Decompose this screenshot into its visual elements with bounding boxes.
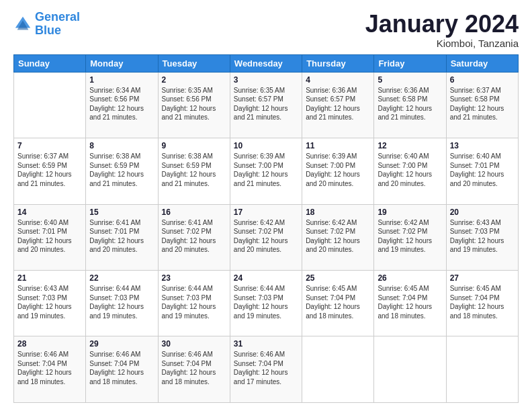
day-header-monday: Monday — [86, 54, 158, 72]
day-number: 9 — [162, 141, 226, 150]
day-number: 12 — [378, 141, 442, 150]
day-info: Sunrise: 6:40 AMSunset: 7:01 PMDaylight:… — [450, 152, 515, 188]
calendar-cell: 14Sunrise: 6:40 AMSunset: 7:01 PMDayligh… — [14, 204, 86, 270]
logo-text: General Blue — [35, 11, 80, 38]
day-info: Sunrise: 6:38 AMSunset: 6:59 PMDaylight:… — [162, 152, 226, 188]
calendar-cell: 31Sunrise: 6:46 AMSunset: 7:04 PMDayligh… — [230, 336, 302, 403]
day-number: 8 — [89, 141, 154, 150]
day-number: 28 — [17, 339, 82, 349]
day-number: 1 — [89, 75, 154, 85]
day-info: Sunrise: 6:35 AMSunset: 6:57 PMDaylight:… — [234, 86, 298, 122]
calendar-cell: 6Sunrise: 6:37 AMSunset: 6:58 PMDaylight… — [446, 72, 518, 138]
day-info: Sunrise: 6:44 AMSunset: 7:03 PMDaylight:… — [89, 284, 154, 320]
calendar-cell: 7Sunrise: 6:37 AMSunset: 6:59 PMDaylight… — [14, 138, 86, 204]
day-info: Sunrise: 6:35 AMSunset: 6:56 PMDaylight:… — [162, 86, 226, 122]
calendar-cell: 5Sunrise: 6:36 AMSunset: 6:58 PMDaylight… — [374, 72, 446, 138]
calendar-cell: 3Sunrise: 6:35 AMSunset: 6:57 PMDaylight… — [230, 72, 302, 138]
day-info: Sunrise: 6:41 AMSunset: 7:01 PMDaylight:… — [89, 218, 154, 255]
day-info: Sunrise: 6:39 AMSunset: 7:00 PMDaylight:… — [234, 152, 298, 188]
calendar-cell: 13Sunrise: 6:40 AMSunset: 7:01 PMDayligh… — [446, 138, 518, 204]
day-info: Sunrise: 6:42 AMSunset: 7:02 PMDaylight:… — [234, 218, 298, 255]
week-row-2: 7Sunrise: 6:37 AMSunset: 6:59 PMDaylight… — [14, 138, 519, 204]
calendar-cell: 16Sunrise: 6:41 AMSunset: 7:02 PMDayligh… — [158, 204, 230, 270]
calendar-cell — [446, 336, 518, 403]
calendar-cell: 30Sunrise: 6:46 AMSunset: 7:04 PMDayligh… — [158, 336, 230, 403]
day-info: Sunrise: 6:44 AMSunset: 7:03 PMDaylight:… — [162, 284, 226, 320]
day-info: Sunrise: 6:42 AMSunset: 7:02 PMDaylight:… — [306, 218, 370, 255]
day-header-friday: Friday — [374, 54, 446, 72]
day-info: Sunrise: 6:45 AMSunset: 7:04 PMDaylight:… — [306, 284, 370, 320]
day-header-tuesday: Tuesday — [158, 54, 230, 72]
day-info: Sunrise: 6:37 AMSunset: 6:58 PMDaylight:… — [450, 86, 515, 122]
calendar-cell: 2Sunrise: 6:35 AMSunset: 6:56 PMDaylight… — [158, 72, 230, 138]
calendar-cell: 12Sunrise: 6:40 AMSunset: 7:00 PMDayligh… — [374, 138, 446, 204]
day-header-saturday: Saturday — [446, 54, 518, 72]
calendar-table: SundayMondayTuesdayWednesdayThursdayFrid… — [13, 54, 519, 403]
day-info: Sunrise: 6:46 AMSunset: 7:04 PMDaylight:… — [162, 350, 226, 386]
calendar-cell: 15Sunrise: 6:41 AMSunset: 7:01 PMDayligh… — [86, 204, 158, 270]
day-number: 7 — [17, 141, 82, 150]
days-header-row: SundayMondayTuesdayWednesdayThursdayFrid… — [14, 54, 519, 72]
week-row-5: 28Sunrise: 6:46 AMSunset: 7:04 PMDayligh… — [14, 336, 519, 403]
calendar-cell — [14, 72, 86, 138]
day-info: Sunrise: 6:36 AMSunset: 6:58 PMDaylight:… — [378, 86, 442, 122]
calendar-cell: 27Sunrise: 6:45 AMSunset: 7:04 PMDayligh… — [446, 271, 518, 336]
day-info: Sunrise: 6:42 AMSunset: 7:02 PMDaylight:… — [378, 218, 442, 255]
day-info: Sunrise: 6:34 AMSunset: 6:56 PMDaylight:… — [89, 86, 154, 122]
calendar-cell: 9Sunrise: 6:38 AMSunset: 6:59 PMDaylight… — [158, 138, 230, 204]
calendar-cell: 4Sunrise: 6:36 AMSunset: 6:57 PMDaylight… — [302, 72, 374, 138]
day-info: Sunrise: 6:36 AMSunset: 6:57 PMDaylight:… — [306, 86, 370, 122]
calendar-cell: 24Sunrise: 6:44 AMSunset: 7:03 PMDayligh… — [230, 271, 302, 336]
calendar-cell: 8Sunrise: 6:38 AMSunset: 6:59 PMDaylight… — [86, 138, 158, 204]
day-number: 27 — [450, 273, 515, 283]
calendar-cell: 26Sunrise: 6:45 AMSunset: 7:04 PMDayligh… — [374, 271, 446, 336]
month-title: January 2024 — [365, 11, 519, 38]
day-info: Sunrise: 6:38 AMSunset: 6:59 PMDaylight:… — [89, 152, 154, 188]
day-number: 20 — [450, 208, 515, 217]
calendar-cell: 10Sunrise: 6:39 AMSunset: 7:00 PMDayligh… — [230, 138, 302, 204]
day-number: 19 — [378, 208, 442, 217]
week-row-4: 21Sunrise: 6:43 AMSunset: 7:03 PMDayligh… — [14, 271, 519, 336]
calendar-cell — [302, 336, 374, 403]
day-number: 17 — [234, 208, 298, 217]
day-number: 10 — [234, 141, 298, 150]
day-info: Sunrise: 6:39 AMSunset: 7:00 PMDaylight:… — [306, 152, 370, 188]
day-number: 5 — [378, 75, 442, 85]
header: General Blue January 2024 Kiomboi, Tanza… — [13, 11, 519, 49]
subtitle: Kiomboi, Tanzania — [365, 38, 519, 49]
calendar-cell: 23Sunrise: 6:44 AMSunset: 7:03 PMDayligh… — [158, 271, 230, 336]
day-info: Sunrise: 6:44 AMSunset: 7:03 PMDaylight:… — [234, 284, 298, 320]
day-info: Sunrise: 6:46 AMSunset: 7:04 PMDaylight:… — [89, 350, 154, 386]
day-number: 26 — [378, 273, 442, 283]
calendar-cell: 21Sunrise: 6:43 AMSunset: 7:03 PMDayligh… — [14, 271, 86, 336]
day-info: Sunrise: 6:46 AMSunset: 7:04 PMDaylight:… — [234, 350, 298, 386]
day-header-wednesday: Wednesday — [230, 54, 302, 72]
day-number: 15 — [89, 208, 154, 217]
calendar-cell: 25Sunrise: 6:45 AMSunset: 7:04 PMDayligh… — [302, 271, 374, 336]
day-number: 25 — [306, 273, 370, 283]
day-number: 4 — [306, 75, 370, 85]
day-number: 14 — [17, 208, 82, 217]
logo-icon — [13, 15, 32, 34]
day-number: 21 — [17, 273, 82, 283]
calendar-cell: 22Sunrise: 6:44 AMSunset: 7:03 PMDayligh… — [86, 271, 158, 336]
calendar-cell: 1Sunrise: 6:34 AMSunset: 6:56 PMDaylight… — [86, 72, 158, 138]
day-info: Sunrise: 6:40 AMSunset: 7:00 PMDaylight:… — [378, 152, 442, 188]
day-info: Sunrise: 6:41 AMSunset: 7:02 PMDaylight:… — [162, 218, 226, 255]
week-row-3: 14Sunrise: 6:40 AMSunset: 7:01 PMDayligh… — [14, 204, 519, 270]
day-number: 30 — [162, 339, 226, 349]
day-info: Sunrise: 6:46 AMSunset: 7:04 PMDaylight:… — [17, 350, 82, 386]
calendar-cell: 19Sunrise: 6:42 AMSunset: 7:02 PMDayligh… — [374, 204, 446, 270]
calendar-cell: 20Sunrise: 6:43 AMSunset: 7:03 PMDayligh… — [446, 204, 518, 270]
day-number: 23 — [162, 273, 226, 283]
day-header-sunday: Sunday — [14, 54, 86, 72]
day-number: 18 — [306, 208, 370, 217]
day-number: 24 — [234, 273, 298, 283]
day-number: 11 — [306, 141, 370, 150]
day-number: 6 — [450, 75, 515, 85]
calendar-cell: 11Sunrise: 6:39 AMSunset: 7:00 PMDayligh… — [302, 138, 374, 204]
day-info: Sunrise: 6:43 AMSunset: 7:03 PMDaylight:… — [450, 218, 515, 255]
day-number: 31 — [234, 339, 298, 349]
day-info: Sunrise: 6:45 AMSunset: 7:04 PMDaylight:… — [378, 284, 442, 320]
day-number: 29 — [89, 339, 154, 349]
